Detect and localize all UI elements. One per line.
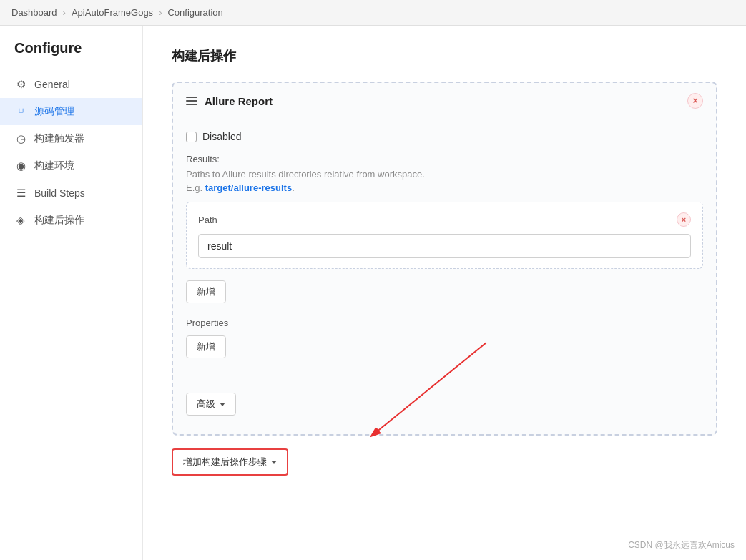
sidebar-title: Configure [0, 40, 142, 71]
disabled-label: Disabled [202, 131, 241, 142]
main-content: 构建后操作 Allure Report × [143, 26, 746, 560]
sidebar-item-label: 构建触发器 [34, 132, 84, 145]
globe-icon: ◉ [14, 159, 27, 172]
path-label: Path [198, 215, 217, 225]
gear-icon: ⚙ [14, 78, 27, 91]
disabled-row: Disabled [186, 131, 703, 142]
breadcrumb-sep-2: › [159, 7, 162, 18]
results-desc-2: E.g. target/allure-results. [186, 182, 703, 193]
disabled-checkbox[interactable] [186, 132, 197, 142]
sidebar-item-build-steps[interactable]: ☰ Build Steps [0, 180, 142, 207]
watermark: CSDN @我永远喜欢Amicus [628, 539, 735, 551]
sidebar-item-label: 构建环境 [34, 159, 74, 172]
sidebar: Configure ⚙ General ⑂ 源码管理 ◷ 构建触发器 ◉ 构建环… [0, 26, 143, 560]
breadcrumb: Dashboard › ApiAutoFrameGogs › Configura… [0, 0, 746, 26]
post-build-container: Allure Report × Disabled Results: Paths … [172, 82, 717, 436]
allure-header: Allure Report × [173, 83, 716, 119]
chevron-down-icon [271, 461, 277, 464]
allure-header-left: Allure Report [186, 95, 273, 107]
path-input[interactable] [198, 234, 691, 258]
sidebar-item-post[interactable]: ◈ 构建后操作 [0, 207, 142, 234]
path-header: Path × [198, 212, 691, 227]
results-desc-2-suffix: . [292, 182, 295, 193]
sidebar-item-env[interactable]: ◉ 构建环境 [0, 152, 142, 180]
results-desc-2-prefix: E.g. [186, 182, 205, 193]
path-container: Path × [186, 202, 703, 269]
diamond-icon: ◈ [14, 214, 27, 227]
breadcrumb-item-config[interactable]: Configuration [167, 7, 222, 18]
properties-label: Properties [186, 318, 703, 328]
page-title: 构建后操作 [172, 47, 717, 64]
sidebar-item-label: General [34, 79, 70, 90]
allure-title: Allure Report [205, 95, 273, 107]
results-path-highlight: target/allure-results [205, 182, 292, 193]
clock-icon: ◷ [14, 132, 27, 145]
allure-body: Disabled Results: Paths to Allure result… [173, 119, 716, 434]
sidebar-item-source[interactable]: ⑂ 源码管理 [0, 98, 142, 125]
allure-close-button[interactable]: × [687, 93, 703, 109]
path-close-button[interactable]: × [677, 212, 691, 227]
breadcrumb-sep-1: › [63, 7, 66, 18]
drag-handle-icon[interactable] [186, 97, 197, 105]
add-properties-button[interactable]: 新增 [186, 335, 226, 358]
results-label: Results: [186, 154, 703, 164]
sidebar-item-general[interactable]: ⚙ General [0, 71, 142, 98]
sidebar-item-label: 源码管理 [34, 105, 74, 118]
breadcrumb-item-dashboard[interactable]: Dashboard [11, 7, 57, 18]
sidebar-item-trigger[interactable]: ◷ 构建触发器 [0, 125, 142, 152]
chevron-down-icon [220, 403, 225, 406]
advanced-button[interactable]: 高级 [186, 393, 236, 416]
results-desc-1: Paths to Allure results directories rela… [186, 169, 703, 180]
list-icon: ☰ [14, 187, 27, 200]
add-post-step-button[interactable]: 增加构建后操作步骤 [172, 448, 288, 476]
add-results-button[interactable]: 新增 [186, 280, 226, 303]
breadcrumb-item-project[interactable]: ApiAutoFrameGogs [72, 7, 153, 18]
sidebar-item-label: 构建后操作 [34, 214, 84, 227]
branch-icon: ⑂ [14, 105, 27, 118]
sidebar-item-label: Build Steps [34, 187, 85, 199]
